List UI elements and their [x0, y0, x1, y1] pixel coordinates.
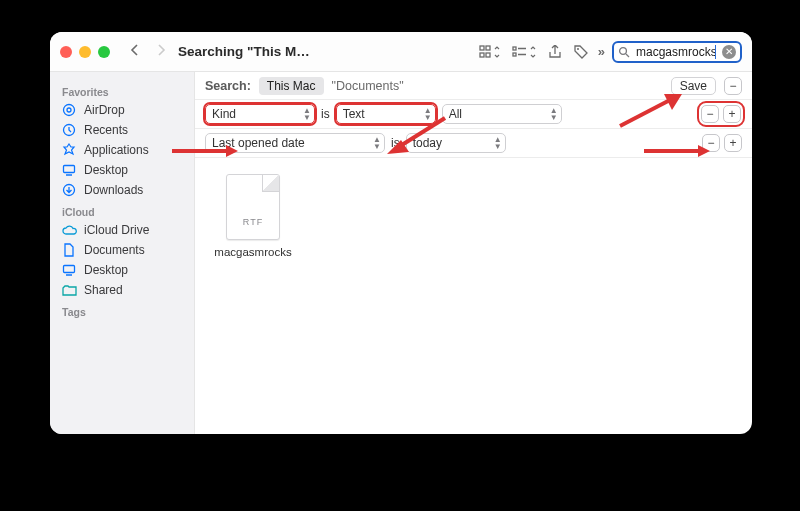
chevron-updown-icon: ▲▼ — [494, 136, 502, 150]
rule-remove-button[interactable]: − — [701, 105, 719, 123]
sidebar-item-applications[interactable]: Applications — [56, 140, 188, 160]
sidebar-item-airdrop[interactable]: AirDrop — [56, 100, 188, 120]
close-window-button[interactable] — [60, 46, 72, 58]
applications-icon — [62, 143, 77, 157]
sidebar-item-icloud-drive[interactable]: iCloud Drive — [56, 220, 188, 240]
documents-icon — [62, 243, 77, 257]
scope-label: Search: — [205, 79, 251, 93]
result-file[interactable]: RTF macgasmrocks — [213, 174, 293, 258]
search-rule-row: Kind ▲▼ is Text ▲▼ All ▲▼ − + — [195, 100, 752, 129]
desktop-icon — [62, 163, 77, 177]
icloud-icon — [62, 225, 77, 236]
svg-rect-4 — [513, 47, 516, 50]
svg-line-10 — [626, 54, 629, 57]
svg-rect-0 — [480, 46, 484, 50]
view-mode-button[interactable] — [476, 45, 504, 59]
search-rule-row: Last opened date ▲▼ is today ▲▼ − + — [195, 129, 752, 158]
group-by-button[interactable] — [512, 45, 538, 59]
shared-icon — [62, 284, 77, 296]
rule-add-button[interactable]: + — [724, 134, 742, 152]
scope-documents[interactable]: "Documents" — [332, 79, 404, 93]
svg-point-8 — [577, 48, 579, 50]
rule-field-select[interactable]: Last opened date ▲▼ — [205, 133, 385, 153]
chevron-updown-icon: ▲▼ — [373, 136, 381, 150]
svg-point-12 — [67, 108, 71, 112]
fullscreen-window-button[interactable] — [98, 46, 110, 58]
search-results: RTF macgasmrocks — [195, 158, 752, 434]
chevron-updown-icon: ▲▼ — [303, 107, 311, 121]
tags-button[interactable] — [572, 45, 590, 59]
svg-rect-3 — [486, 53, 490, 57]
rule-operator-label: is — [391, 136, 400, 150]
sidebar-item-desktop[interactable]: Desktop — [56, 160, 188, 180]
toolbar-overflow-button[interactable]: » — [598, 44, 604, 59]
rule-remove-button[interactable]: − — [702, 134, 720, 152]
search-scope-bar: Search: This Mac "Documents" Save − — [195, 72, 752, 100]
rule-operator-label: is — [321, 107, 330, 121]
rule-value-select[interactable]: today ▲▼ — [406, 133, 506, 153]
minimize-window-button[interactable] — [79, 46, 91, 58]
toolbar: Searching "This M… » macgasmrocks ✕ — [50, 32, 752, 72]
chevron-updown-icon: ▲▼ — [550, 107, 558, 121]
nav-back-button[interactable] — [126, 44, 144, 59]
recents-icon — [62, 123, 77, 137]
sidebar-item-desktop-icloud[interactable]: Desktop — [56, 260, 188, 280]
file-icon: RTF — [226, 174, 280, 240]
file-name-label: macgasmrocks — [214, 246, 291, 258]
rule-add-remove-group: − + — [700, 104, 742, 124]
finder-window: Searching "This M… » macgasmrocks ✕ — [50, 32, 752, 434]
rule-value-select[interactable]: Text ▲▼ — [336, 104, 436, 124]
chevron-updown-icon: ▲▼ — [424, 107, 432, 121]
search-query-text: macgasmrocks — [636, 45, 716, 59]
sidebar: Favorites AirDrop Recents Applications D… — [50, 72, 195, 434]
window-controls — [60, 46, 110, 58]
sidebar-item-documents[interactable]: Documents — [56, 240, 188, 260]
search-icon — [618, 46, 630, 58]
svg-rect-6 — [513, 53, 516, 56]
save-search-button[interactable]: Save — [671, 77, 716, 95]
downloads-icon — [62, 183, 77, 197]
window-title: Searching "This M… — [178, 44, 310, 59]
rule-extra-select[interactable]: All ▲▼ — [442, 104, 562, 124]
sidebar-section-favorites: Favorites — [56, 80, 188, 100]
airdrop-icon — [62, 103, 77, 117]
share-button[interactable] — [546, 45, 564, 59]
file-ext-label: RTF — [227, 217, 279, 227]
search-field[interactable]: macgasmrocks ✕ — [612, 41, 742, 63]
clear-search-button[interactable]: ✕ — [722, 45, 736, 59]
svg-point-11 — [64, 105, 75, 116]
svg-rect-2 — [480, 53, 484, 57]
rule-field-select[interactable]: Kind ▲▼ — [205, 104, 315, 124]
svg-rect-17 — [64, 266, 75, 273]
sidebar-item-downloads[interactable]: Downloads — [56, 180, 188, 200]
sidebar-item-recents[interactable]: Recents — [56, 120, 188, 140]
rule-add-button[interactable]: + — [723, 105, 741, 123]
scope-remove-button[interactable]: − — [724, 77, 742, 95]
sidebar-item-shared[interactable]: Shared — [56, 280, 188, 300]
rule-add-remove-group: − + — [702, 134, 742, 152]
sidebar-section-icloud: iCloud — [56, 200, 188, 220]
desktop-icon — [62, 263, 77, 277]
svg-rect-1 — [486, 46, 490, 50]
svg-rect-14 — [64, 166, 75, 173]
content-area: Search: This Mac "Documents" Save − Kind… — [195, 72, 752, 434]
scope-this-mac[interactable]: This Mac — [259, 77, 324, 95]
sidebar-section-tags: Tags — [56, 300, 188, 320]
nav-forward-button[interactable] — [152, 44, 170, 59]
svg-point-9 — [620, 47, 627, 54]
